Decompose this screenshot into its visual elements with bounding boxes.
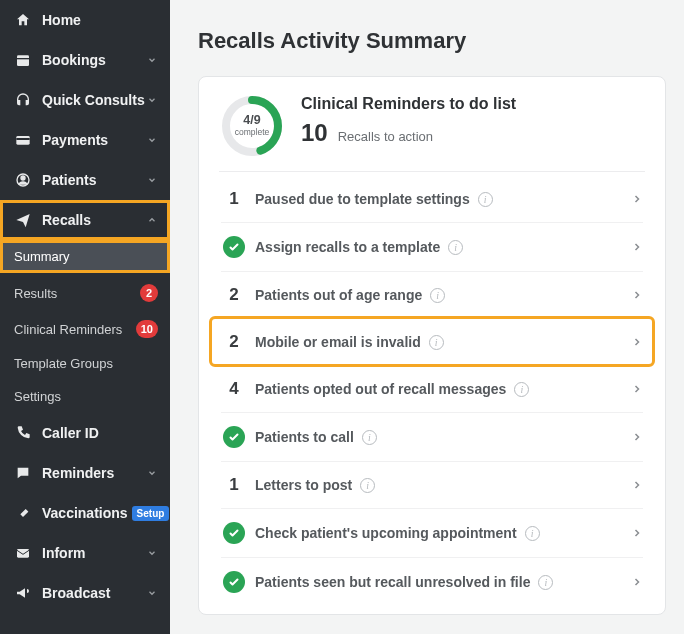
info-icon[interactable]: i — [448, 240, 463, 255]
todo-row[interactable]: 1Letters to posti — [221, 461, 643, 508]
todo-list: 1Paused due to template settingsiAssign … — [221, 176, 643, 606]
todo-row[interactable]: 2Mobile or email is invalidi — [211, 318, 653, 365]
todo-row[interactable]: Assign recalls to a templatei — [221, 222, 643, 271]
calendar-icon — [14, 51, 32, 69]
nav-caller-id[interactable]: Caller ID — [0, 413, 170, 453]
sub-label: Template Groups — [14, 356, 158, 371]
todo-row[interactable]: 2Patients out of age rangei — [221, 271, 643, 318]
badge: 2 — [140, 284, 158, 302]
badge: 10 — [136, 320, 158, 338]
todo-row[interactable]: Patients to calli — [221, 412, 643, 461]
todo-row[interactable]: 4Patients opted out of recall messagesi — [221, 365, 643, 412]
nav-label: Payments — [42, 132, 146, 148]
nav-vaccinations[interactable]: Vaccinations Setup — [0, 493, 170, 533]
phone-icon — [14, 424, 32, 442]
chevron-down-icon — [146, 587, 158, 599]
check-icon — [221, 426, 247, 448]
ring-label: complete — [235, 128, 270, 137]
info-icon[interactable]: i — [478, 192, 493, 207]
nav-patients[interactable]: Patients — [0, 160, 170, 200]
nav-label: Inform — [42, 545, 146, 561]
info-icon[interactable]: i — [538, 575, 553, 590]
row-label: Patients seen but recall unresolved in f… — [255, 574, 530, 590]
mail-icon — [14, 544, 32, 562]
nav-broadcast[interactable]: Broadcast — [0, 573, 170, 613]
chevron-right-icon — [631, 289, 643, 301]
info-icon[interactable]: i — [514, 382, 529, 397]
row-label: Letters to post — [255, 477, 352, 493]
svg-rect-0 — [17, 55, 29, 66]
svg-point-5 — [21, 176, 25, 180]
megaphone-icon — [14, 584, 32, 602]
chevron-right-icon — [631, 193, 643, 205]
recall-sub: Recalls to action — [338, 129, 433, 144]
row-count: 1 — [221, 475, 247, 495]
send-icon — [14, 211, 32, 229]
chevron-right-icon — [631, 383, 643, 395]
svg-rect-1 — [17, 58, 29, 59]
nav-recalls[interactable]: Recalls — [0, 200, 170, 240]
todo-card: 4/9 complete Clinical Reminders to do li… — [198, 76, 666, 615]
chevron-down-icon — [146, 134, 158, 146]
sidebar: Home Bookings Quick Consults Payments Pa… — [0, 0, 170, 634]
nav-reminders[interactable]: Reminders — [0, 453, 170, 493]
main: Recalls Activity Summary 4/9 complete Cl… — [170, 0, 684, 634]
row-label: Patients to call — [255, 429, 354, 445]
row-label: Patients opted out of recall messages — [255, 381, 506, 397]
card-header: 4/9 complete Clinical Reminders to do li… — [221, 95, 643, 171]
nav-quick-consults[interactable]: Quick Consults — [0, 80, 170, 120]
card-icon — [14, 131, 32, 149]
user-icon — [14, 171, 32, 189]
nav-bookings[interactable]: Bookings — [0, 40, 170, 80]
chevron-right-icon — [631, 241, 643, 253]
chevron-up-icon — [146, 214, 158, 226]
nav-label: Recalls — [42, 212, 146, 228]
svg-rect-2 — [16, 136, 29, 145]
sub-template-groups[interactable]: Template Groups — [0, 347, 170, 380]
progress-ring: 4/9 complete — [221, 95, 283, 157]
nav-label: Home — [42, 12, 158, 28]
chevron-down-icon — [146, 467, 158, 479]
row-count: 2 — [221, 285, 247, 305]
sub-settings[interactable]: Settings — [0, 380, 170, 413]
recall-count: 10 — [301, 119, 328, 147]
nav-payments[interactable]: Payments — [0, 120, 170, 160]
row-label: Patients out of age range — [255, 287, 422, 303]
nav-label: Caller ID — [42, 425, 158, 441]
row-count: 1 — [221, 189, 247, 209]
chevron-down-icon — [146, 174, 158, 186]
ring-fraction: 4/9 — [243, 114, 260, 128]
info-icon[interactable]: i — [429, 335, 444, 350]
check-icon — [221, 236, 247, 258]
nav-inform[interactable]: Inform — [0, 533, 170, 573]
nav-home[interactable]: Home — [0, 0, 170, 40]
info-icon[interactable]: i — [430, 288, 445, 303]
chevron-right-icon — [631, 431, 643, 443]
chevron-down-icon — [146, 54, 158, 66]
check-icon — [221, 571, 247, 593]
todo-row[interactable]: 1Paused due to template settingsi — [221, 176, 643, 222]
sub-summary[interactable]: Summary — [0, 240, 170, 273]
syringe-icon — [14, 504, 32, 522]
nav-label: Bookings — [42, 52, 146, 68]
nav-label: Patients — [42, 172, 146, 188]
chevron-right-icon — [631, 576, 643, 588]
sub-results[interactable]: Results 2 — [0, 275, 170, 311]
sub-label: Settings — [14, 389, 158, 404]
info-icon[interactable]: i — [362, 430, 377, 445]
chat-icon — [14, 464, 32, 482]
info-icon[interactable]: i — [525, 526, 540, 541]
home-icon — [14, 11, 32, 29]
todo-row[interactable]: Check patient's upcoming appointmenti — [221, 508, 643, 557]
row-label: Paused due to template settings — [255, 191, 470, 207]
chevron-down-icon — [146, 547, 158, 559]
nav-label: Broadcast — [42, 585, 146, 601]
card-head-text: Clinical Reminders to do list 10 Recalls… — [301, 95, 516, 147]
svg-rect-6 — [17, 549, 29, 558]
info-icon[interactable]: i — [360, 478, 375, 493]
todo-row[interactable]: Patients seen but recall unresolved in f… — [221, 557, 643, 606]
row-count: 4 — [221, 379, 247, 399]
row-count: 2 — [221, 332, 247, 352]
sub-clinical-reminders[interactable]: Clinical Reminders 10 — [0, 311, 170, 347]
nav-label: Reminders — [42, 465, 146, 481]
